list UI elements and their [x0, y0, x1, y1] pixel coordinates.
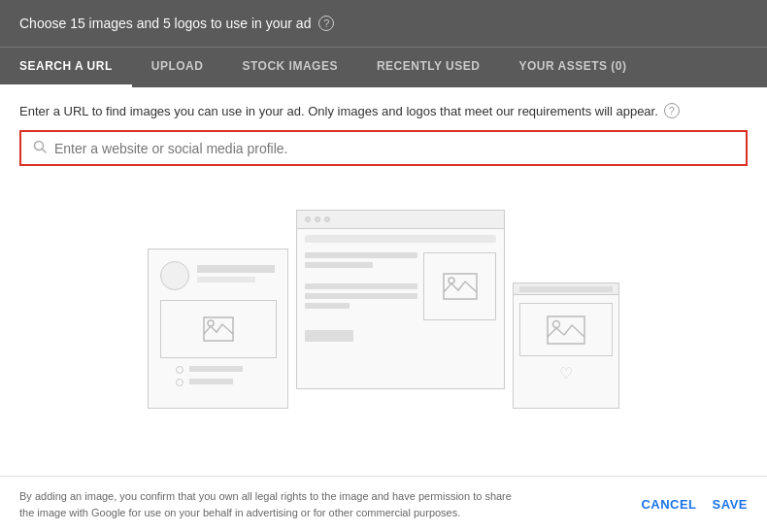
dialog-footer: By adding an image, you confirm that you… — [0, 476, 767, 532]
footer-actions: CANCEL SAVE — [641, 497, 748, 512]
mockup-right: ♡ — [513, 283, 619, 409]
search-url-box — [19, 130, 748, 166]
mockup-center — [296, 210, 505, 389]
dot-3 — [324, 216, 330, 222]
footer-legal-text: By adding an image, you confirm that you… — [19, 488, 524, 520]
cancel-button[interactable]: CANCEL — [641, 497, 696, 512]
search-bar-1 — [197, 265, 275, 273]
mockup-left — [148, 249, 288, 409]
svg-point-7 — [553, 320, 560, 327]
list-line-2 — [189, 379, 233, 384]
header-help-icon[interactable]: ? — [318, 16, 334, 31]
mockup-button — [305, 330, 353, 342]
text-line-5 — [305, 303, 350, 309]
illustration-area: ♡ — [19, 178, 748, 460]
tab-your-assets[interactable]: YOUR ASSETS (0) — [499, 48, 646, 87]
url-bar — [305, 235, 496, 243]
mockup-content — [297, 249, 504, 324]
wireframe-mockups: ♡ — [148, 229, 619, 409]
tab-upload[interactable]: UPLOAD — [132, 48, 223, 87]
list-dot-1 — [176, 366, 183, 374]
image-placeholder-left — [160, 300, 277, 358]
text-line-2 — [305, 262, 373, 268]
search-icon — [33, 140, 47, 156]
text-line-1 — [305, 252, 417, 258]
mockup-image-right — [423, 252, 496, 320]
description-help-icon[interactable]: ? — [664, 103, 680, 118]
tab-search-url[interactable]: SEARCH A URL — [0, 48, 132, 87]
tab-description: Enter a URL to find images you can use i… — [19, 103, 748, 118]
save-button[interactable]: SAVE — [713, 497, 748, 512]
search-bar-2 — [197, 277, 255, 283]
heart-icon: ♡ — [514, 360, 618, 386]
avatar-circle — [160, 261, 189, 290]
header-title: Choose 15 images and 5 logos to use in y… — [19, 16, 311, 31]
list-line-1 — [189, 366, 243, 372]
dot-2 — [315, 216, 320, 222]
dot-1 — [305, 216, 311, 222]
tab-content: Enter a URL to find images you can use i… — [0, 87, 767, 476]
dialog-header: Choose 15 images and 5 logos to use in y… — [0, 0, 767, 47]
svg-rect-6 — [548, 316, 584, 344]
tab-bar: SEARCH A URL UPLOAD STOCK IMAGES RECENTL… — [0, 47, 767, 87]
text-line-3 — [305, 283, 417, 289]
tab-stock-images[interactable]: STOCK IMAGES — [222, 48, 356, 87]
mockup-right-header — [514, 283, 618, 295]
mockup-left-col — [305, 252, 417, 320]
browser-dots — [297, 211, 504, 229]
mockup-right-image — [519, 303, 613, 356]
text-line-4 — [305, 293, 417, 299]
svg-line-1 — [43, 150, 47, 153]
tab-recently-used[interactable]: RECENTLY USED — [357, 48, 500, 87]
mockup-search-bar — [519, 286, 613, 292]
search-input[interactable] — [54, 141, 734, 156]
list-dot-2 — [176, 379, 183, 386]
